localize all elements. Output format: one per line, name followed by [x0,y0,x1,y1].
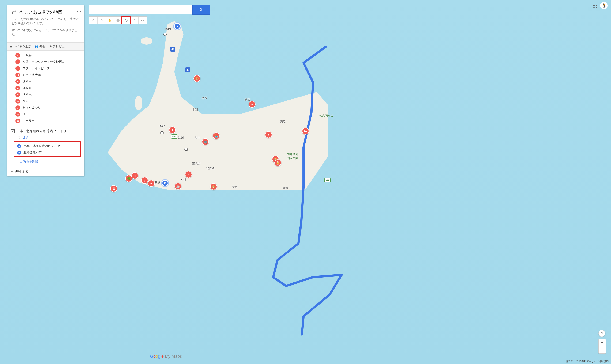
map-description: テストなので用があって行ったことのある場所にピンを置いていきます。 [12,17,80,26]
measure-tool[interactable]: ▭ [138,17,147,24]
place-pin-icon: ♪ [15,105,20,110]
map-place-label: 札幌 [155,180,160,184]
place-item[interactable]: ♪スターライトビーチ [7,65,84,72]
toolbar: ↶ ↷ ✋ ⬤ ⬡ ↱ ▭ [89,16,147,24]
place-item[interactable]: ●湧き水 [7,78,84,85]
directions-layer: ✓ 日本、北海道稚内市 宗谷ヒストリ... ⋮ 🚶 徒歩 A日本、北海道稚内市 … [7,126,84,167]
place-pin-icon: ● [15,79,20,84]
place-item[interactable]: ⊞夕張ファンタスティック映画... [7,59,84,65]
map-marker[interactable]: 🎨 [210,183,217,190]
redo-button[interactable]: ↷ [97,17,106,24]
route-waypoint[interactable] [163,33,167,36]
help-button[interactable]: ? [598,330,605,337]
place-item[interactable]: ⌂泊 [7,111,84,117]
map-marker[interactable]: ≈ [185,171,192,178]
route-waypoint[interactable] [160,131,164,134]
pin-icon: ⬤ [116,18,120,22]
road-shield: 40 [170,47,175,52]
route-waypoint[interactable] [184,148,188,151]
layers-icon: ◆ [10,45,12,48]
route-point[interactable]: A日本、北海道稚内市 宗谷ヒ... [14,143,81,149]
map-place-label: 旭川 [195,136,200,140]
route-points-box: A日本、北海道稚内市 宗谷ヒ...B北海道江別市 [14,142,81,157]
map-canvas[interactable]: 稚内名寄紋別士別留萌深川旭川網走北見富良野北海道札幌夕張帯広釧路川 知床国立公阿… [0,0,611,364]
park-label: 知床国立公 [319,114,333,118]
place-item[interactable]: ♪わっかまつり [7,104,84,111]
map-title[interactable]: 行ったことある場所の地図 [12,9,80,15]
map-place-label: 夕張 [180,178,186,182]
map-marker[interactable]: ☰ [110,185,117,192]
place-item[interactable]: ≈ダム [7,98,84,104]
map-marker[interactable]: ✦ [148,180,155,187]
place-pin-icon: ⊞ [15,60,20,64]
map-marker[interactable]: ☕ [175,183,181,190]
panel-menu-button[interactable]: ⋮ [76,9,81,13]
place-pin-icon: ▲ [15,53,20,58]
save-status: すべての変更が Google ドライブに保存されました [12,28,80,37]
map-marker[interactable]: 🚌 [202,138,209,145]
road-shield: E62 [171,134,177,139]
map-marker[interactable]: 🎨 [193,75,201,82]
map-marker[interactable]: 🌿 [125,175,132,182]
add-destination-link[interactable]: 目的地を追加 [7,158,84,164]
zoom-in-button[interactable]: + [598,339,606,346]
place-label: 湧き水 [23,79,32,84]
search-icon [199,8,203,12]
map-attribution: 地図データ ©2019 Google [565,360,596,363]
terms-link[interactable]: 利用規約 [598,360,609,363]
eye-icon: 👁 [49,45,52,48]
preview-button[interactable]: 👁プレビュー [49,44,68,49]
add-directions-tool[interactable]: ↱ [130,17,138,24]
map-marker[interactable]: ♪ [265,131,272,138]
zoom-out-button[interactable]: − [598,346,606,353]
basemap-section[interactable]: 基本地図 [7,167,84,176]
map-marker[interactable]: 🕊 [131,172,138,179]
place-label: 泊 [23,112,26,117]
places-layer: ▲二風谷⊞夕張ファンタスティック映画...♪スターライトビーチ◑おたる水族館●湧… [7,51,84,126]
map-place-label: 北海道 [206,166,215,170]
road-shield: 40 [185,67,190,72]
polyline-icon: ⬡ [125,18,128,22]
place-item[interactable]: ⛴フェリー [7,117,84,124]
map-marker[interactable]: ♪ [141,177,148,184]
place-label: 二風谷 [23,53,32,57]
map-marker[interactable]: 🍺 [274,159,281,166]
draw-line-tool[interactable]: ⬡ [122,17,130,24]
google-apps-button[interactable] [593,3,597,8]
account-avatar[interactable]: 🐧 [600,2,608,9]
ruler-icon: ▭ [141,18,144,22]
place-label: フェリー [23,119,35,123]
undo-button[interactable]: ↶ [89,17,97,24]
route-marker-A[interactable]: A [174,23,180,29]
map-marker[interactable]: ✝ [169,127,176,133]
place-label: 湧き水 [23,86,32,90]
map-marker[interactable]: 🛏 [302,128,309,135]
place-item[interactable]: ◑おたる水族館 [7,72,84,78]
place-item[interactable]: ●湧き水 [7,85,84,91]
share-button[interactable]: 👥共有 [35,44,45,49]
place-pin-icon: ⛴ [15,118,20,123]
add-marker-tool[interactable]: ⬤ [114,17,122,24]
place-pin-icon: ≈ [15,99,20,104]
layer-visibility-checkbox[interactable]: ✓ [11,129,14,133]
map-place-label: 留萌 [159,124,165,128]
chevron-down-icon [11,171,13,172]
search-button[interactable] [192,5,210,14]
travel-mode[interactable]: 🚶 徒歩 [7,135,84,141]
search-input[interactable] [89,5,192,14]
place-pin-icon: ● [15,92,20,97]
zoom-control: + − [598,339,606,354]
layer-menu-button[interactable]: ⋮ [79,130,81,133]
road-shield: 44 [325,178,331,182]
directions-layer-title[interactable]: 日本、北海道稚内市 宗谷ヒストリ... [16,129,77,133]
map-marker[interactable]: 🏪 [213,132,220,139]
place-item[interactable]: ●湧き水 [7,91,84,98]
place-item[interactable]: ▲二風谷 [7,52,84,59]
map-marker[interactable]: ★ [248,101,256,108]
share-icon: 👥 [35,45,39,48]
route-point[interactable]: B北海道江別市 [14,149,81,156]
add-layer-button[interactable]: ◆レイヤを追加 [10,44,31,49]
route-marker-B[interactable]: B [162,180,168,186]
hand-icon: ✋ [108,18,112,22]
pan-tool[interactable]: ✋ [106,17,114,24]
